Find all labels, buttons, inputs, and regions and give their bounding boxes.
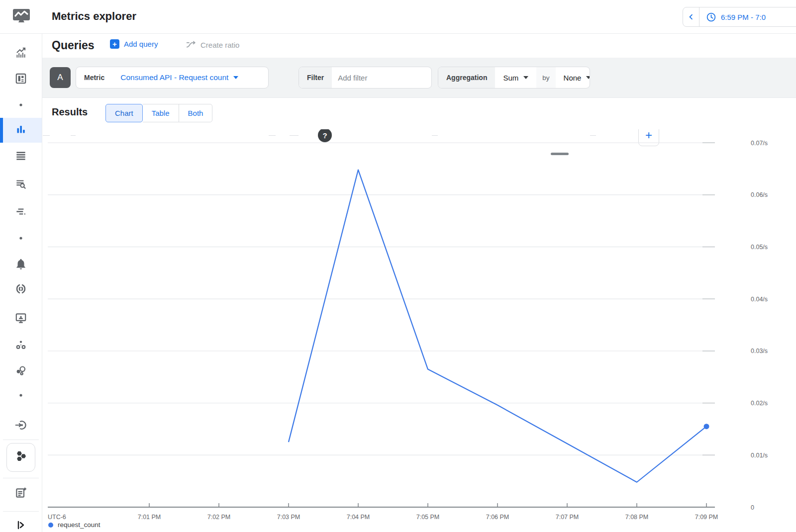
svg-text:7:04 PM: 7:04 PM <box>347 514 370 521</box>
group-by-selector[interactable]: None <box>556 67 590 88</box>
query-builder-toolbar: A Metric Consumed API - Request count ? … <box>42 58 796 98</box>
tab-chart[interactable]: Chart <box>105 104 143 122</box>
sidebar-item-overview[interactable] <box>0 42 42 66</box>
metrics-explorer-screen: Metrics explorer <box>0 0 796 532</box>
trend-chart-icon <box>14 46 27 61</box>
metric-chip: Metric Consumed API - Request count <box>76 67 269 89</box>
dropdown-caret-icon <box>233 76 238 79</box>
integration-arrow-icon <box>14 419 27 434</box>
plus-square-icon: + <box>110 39 119 49</box>
note-add-icon <box>14 486 27 501</box>
tab-table[interactable]: Table <box>143 104 179 122</box>
sidebar-item-log-search[interactable] <box>0 173 42 197</box>
svg-text:7:07 PM: 7:07 PM <box>556 514 579 521</box>
expand-panel-icon <box>15 519 27 532</box>
queries-heading: Queries <box>52 39 95 52</box>
svg-text:0.03/s: 0.03/s <box>751 348 768 355</box>
time-range-text: 6:59 PM - 7:0 <box>721 13 766 21</box>
svg-text:7:02 PM: 7:02 PM <box>207 514 231 521</box>
sidebar-divider <box>3 440 39 440</box>
legend-dot-icon <box>48 523 53 528</box>
dot-icon <box>19 233 23 242</box>
sidebar-item-release-notes[interactable] <box>0 482 42 506</box>
sidebar-item-dashboards[interactable] <box>0 68 42 91</box>
sidebar-section-dot-3 <box>0 385 42 405</box>
sidebar-item-menu-lines[interactable] <box>0 145 42 169</box>
dashboard-icon <box>14 72 27 87</box>
legend-series-label: request_count <box>58 521 100 529</box>
svg-text:7:06 PM: 7:06 PM <box>486 514 509 521</box>
monitor-eye-icon <box>14 312 27 327</box>
sidebar-item-integrations[interactable] <box>0 414 42 438</box>
filter-input[interactable] <box>338 74 427 82</box>
create-ratio-label: Create ratio <box>200 41 239 49</box>
svg-text:UTC-6: UTC-6 <box>48 514 66 521</box>
log-search-icon <box>14 177 27 192</box>
time-range-button[interactable]: 6:59 PM - 7:0 <box>699 12 766 22</box>
svg-text:0.02/s: 0.02/s <box>751 400 768 407</box>
sidebar-section-dot-1 <box>0 94 42 114</box>
svg-text:7:01 PM: 7:01 PM <box>138 514 161 521</box>
svg-text:0.06/s: 0.06/s <box>751 191 768 198</box>
sidebar-item-monitor-screen[interactable] <box>0 307 42 331</box>
metric-label: Metric <box>76 67 112 88</box>
svg-text:7:09 PM: 7:09 PM <box>695 514 718 521</box>
services-circles-icon <box>14 338 27 353</box>
sidebar-collapse-toggle[interactable] <box>0 514 42 532</box>
dot-icon <box>19 390 23 399</box>
sidebar-item-uptime-checks[interactable] <box>0 278 42 302</box>
sidebar-item-monitoring-home[interactable] <box>0 0 42 34</box>
sidebar-section-dot-2 <box>0 228 42 248</box>
svg-text:7:08 PM: 7:08 PM <box>625 514 649 521</box>
sidebar-divider <box>3 478 39 478</box>
add-query-label: Add query <box>124 40 158 48</box>
svg-text:0.05/s: 0.05/s <box>751 244 768 251</box>
aggregation-chip: Aggregation Sum by None <box>438 67 590 89</box>
sidebar-item-trace[interactable] <box>0 200 42 224</box>
list-lines-icon <box>14 149 27 164</box>
metric-value-text: Consumed API - Request count <box>120 73 228 82</box>
line-chart[interactable]: 0.07/s0.06/s0.05/s0.04/s0.03/s0.02/s0.01… <box>42 129 796 532</box>
metric-selector[interactable]: Consumed API - Request count <box>112 67 246 88</box>
svg-text:7:05 PM: 7:05 PM <box>416 514 440 521</box>
chart-legend[interactable]: request_count <box>48 521 100 529</box>
top-app-bar: Metrics explorer <box>42 0 796 34</box>
svg-text:0.04/s: 0.04/s <box>751 296 768 303</box>
aggregation-label: Aggregation <box>438 67 495 88</box>
svg-text:0.01/s: 0.01/s <box>751 452 768 459</box>
filter-label: Filter <box>299 67 332 88</box>
aggregation-selector[interactable]: Sum <box>495 67 536 88</box>
svg-text:0: 0 <box>751 504 754 511</box>
cluster-circles-icon <box>14 364 27 379</box>
results-heading: Results <box>52 106 88 118</box>
add-query-button[interactable]: + Add query <box>110 39 158 49</box>
chevron-left-icon[interactable] <box>683 7 699 27</box>
queries-section-header: Queries + Add query Create ratio <box>42 34 796 58</box>
bell-icon <box>14 258 27 272</box>
chart-area: 0.07/s0.06/s0.05/s0.04/s0.03/s0.02/s0.01… <box>42 129 796 532</box>
sidebar-item-gke-hexagons[interactable] <box>6 443 35 472</box>
sidebar-item-alerting[interactable] <box>0 253 42 277</box>
trace-spans-icon <box>14 205 27 220</box>
tab-both[interactable]: Both <box>179 104 213 122</box>
left-sidebar <box>0 0 42 532</box>
sidebar-divider <box>3 511 39 512</box>
ratio-arrow-icon <box>186 39 197 50</box>
results-view-toggle: Chart Table Both <box>105 104 212 122</box>
dropdown-caret-icon <box>523 76 528 79</box>
svg-text:0.07/s: 0.07/s <box>751 140 768 147</box>
page-title: Metrics explorer <box>52 10 136 23</box>
time-range-control: 6:59 PM - 7:0 <box>683 7 796 27</box>
group-by-value-text: None <box>564 74 582 82</box>
sidebar-item-cluster[interactable] <box>0 359 42 383</box>
sidebar-item-services[interactable] <box>0 334 42 357</box>
dot-icon <box>19 100 23 109</box>
create-ratio-button[interactable]: Create ratio <box>186 39 239 50</box>
sidebar-item-metrics-explorer[interactable] <box>0 118 42 143</box>
dropdown-caret-icon <box>586 76 590 79</box>
hexagons-icon <box>13 449 28 466</box>
query-letter-badge[interactable]: A <box>50 67 71 88</box>
monitoring-logo-icon <box>11 7 31 26</box>
results-header: Results Chart Table Both <box>42 98 796 129</box>
svg-text:7:03 PM: 7:03 PM <box>277 514 300 521</box>
